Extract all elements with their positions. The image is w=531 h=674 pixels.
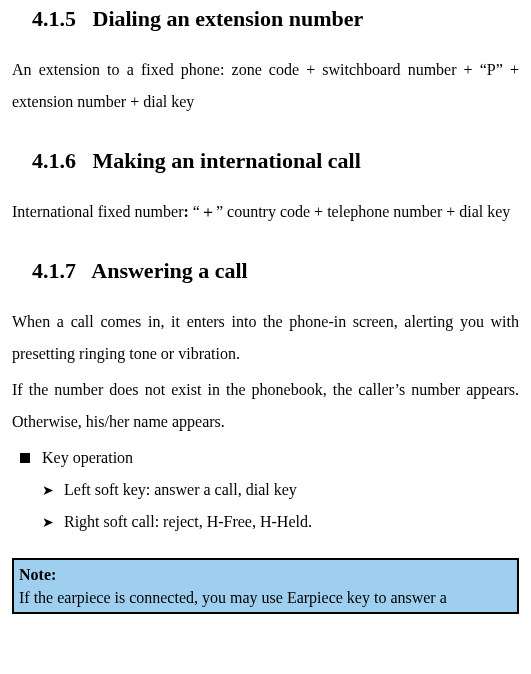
section-4-1-7-p1: When a call comes in, it enters into the… (12, 306, 519, 370)
section-title: Dialing an extension number (93, 6, 364, 31)
arrow-bullet-icon: ➤ (42, 482, 54, 498)
section-number: 4.1.7 (32, 258, 76, 283)
note-body: If the earpiece is connected, you may us… (19, 589, 447, 606)
section-title: Making an international call (93, 148, 361, 173)
section-number: 4.1.6 (32, 148, 76, 173)
section-number: 4.1.5 (32, 6, 76, 31)
body-suffix: “＋” country code + telephone number + di… (189, 203, 511, 220)
bullet-text: Key operation (42, 449, 133, 466)
section-4-1-7-p2: If the number does not exist in the phon… (12, 374, 519, 438)
section-4-1-6-body: International fixed number: “＋” country … (12, 196, 519, 228)
note-box: Note: If the earpiece is connected, you … (12, 558, 519, 614)
section-title: Answering a call (91, 258, 247, 283)
subbullet-text: Left soft key: answer a call, dial key (64, 481, 297, 498)
section-heading-4-1-6: 4.1.6 Making an international call (12, 148, 519, 174)
section-4-1-5-body: An extension to a fixed phone: zone code… (12, 54, 519, 118)
subbullet-left-soft-key: ➤Left soft key: answer a call, dial key (12, 474, 519, 506)
subbullet-right-soft-call: ➤Right soft call: reject, H-Free, H-Held… (12, 506, 519, 538)
body-prefix: International fixed number (12, 203, 184, 220)
square-bullet-icon (20, 453, 30, 463)
bullet-key-operation: Key operation (12, 442, 519, 474)
arrow-bullet-icon: ➤ (42, 514, 54, 530)
note-label: Note: (19, 563, 512, 586)
section-heading-4-1-5: 4.1.5 Dialing an extension number (12, 6, 519, 32)
subbullet-text: Right soft call: reject, H-Free, H-Held. (64, 513, 312, 530)
section-heading-4-1-7: 4.1.7 Answering a call (12, 258, 519, 284)
